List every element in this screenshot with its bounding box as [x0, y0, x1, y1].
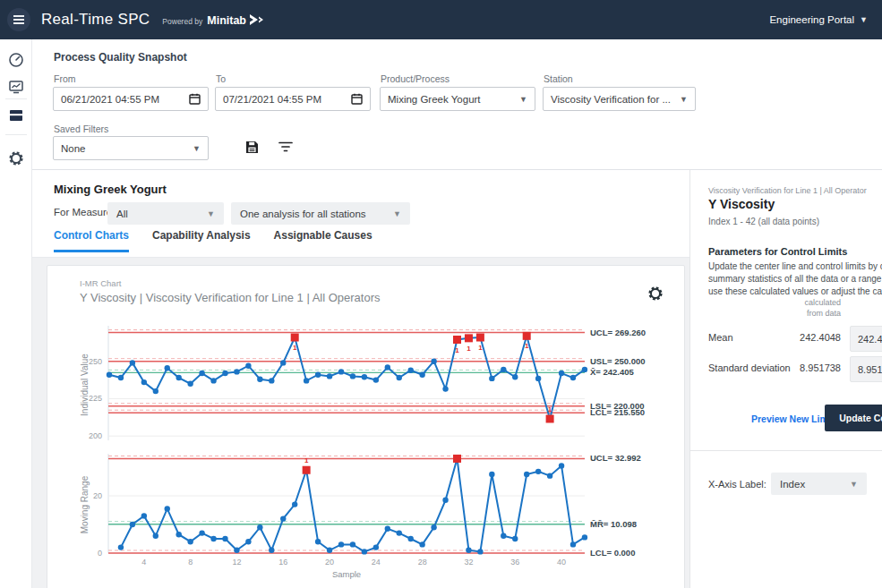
caret-down-icon: ▼ — [680, 95, 688, 104]
stdev-input[interactable]: 8.951738 — [850, 356, 882, 382]
mean-calculated-value: 242.4048 — [708, 332, 841, 343]
powered-by: Powered by Minitab — [162, 13, 263, 27]
svg-text:LCL= 0.000: LCL= 0.000 — [590, 548, 635, 558]
filter-options-button[interactable] — [278, 141, 296, 158]
sidebar-item-products[interactable] — [8, 107, 24, 124]
svg-text:1: 1 — [304, 456, 309, 464]
measure-select[interactable]: All ▼ — [107, 202, 224, 225]
measure-title: Y Viscosity — [708, 197, 775, 211]
svg-text:16: 16 — [278, 558, 287, 567]
app-header: Real-Time SPC Powered by Minitab Enginee… — [0, 0, 882, 39]
stdev-calculated-value: 8.951738 — [708, 362, 841, 373]
calculated-column-header: calculated from data — [708, 298, 841, 319]
station-label: Station — [544, 73, 573, 84]
tab-control-charts[interactable]: Control Charts — [54, 229, 129, 252]
sidebar-item-dashboard[interactable] — [8, 52, 24, 68]
svg-text:20: 20 — [325, 558, 334, 567]
from-label: From — [54, 73, 76, 84]
analysis-header: Mixing Greek Yogurt For Measure: All ▼ O… — [32, 170, 689, 258]
minitab-logo — [250, 14, 263, 25]
control-limits-panel: Viscosity Verification for Line 1 | All … — [689, 170, 882, 588]
svg-text:4: 4 — [141, 558, 146, 567]
svg-text:250: 250 — [89, 357, 102, 366]
caret-down-icon: ▼ — [850, 480, 858, 489]
xaxis-select[interactable]: Index ▼ — [771, 473, 867, 495]
tab-capability-analysis[interactable]: Capability Analysis — [152, 229, 251, 252]
xaxis-label: X-Axis Label: — [708, 479, 766, 490]
product-label: Product/Process — [381, 73, 450, 84]
svg-text:Individual Value: Individual Value — [80, 354, 90, 416]
panel-title: Process Quality Snapshot — [54, 51, 187, 64]
content-area: Mixing Greek Yogurt For Measure: All ▼ O… — [32, 170, 882, 588]
save-filter-button[interactable] — [244, 140, 262, 158]
panel-subtitle: Viscosity Verification for Line 1 | All … — [708, 186, 867, 195]
filter-icon — [278, 141, 293, 153]
product-select[interactable]: Mixing Greek Yogurt ▼ — [380, 87, 535, 111]
svg-text:225: 225 — [89, 394, 102, 403]
menu-icon[interactable] — [7, 8, 30, 31]
portal-selector[interactable]: Engineering Portal ▼ — [769, 14, 868, 25]
svg-text:1: 1 — [293, 344, 297, 352]
svg-text:Sample: Sample — [332, 569, 361, 579]
chart-title: Y Viscosity | Viscosity Verification for… — [80, 291, 381, 304]
svg-text:UCL= 32.992: UCL= 32.992 — [590, 453, 641, 463]
svg-text:USL= 250.000: USL= 250.000 — [590, 356, 646, 366]
svg-text:36: 36 — [510, 558, 519, 567]
station-select[interactable]: Viscosity Verification for ... ▼ — [543, 87, 696, 111]
caret-down-icon: ▼ — [193, 144, 201, 153]
products-box-icon — [8, 107, 24, 124]
svg-text:Moving Range: Moving Range — [80, 475, 90, 533]
process-title: Mixing Greek Yogurt — [54, 183, 167, 196]
dashboard-gauge-icon — [8, 52, 24, 68]
sidebar-item-charts[interactable] — [8, 79, 24, 95]
svg-text:20: 20 — [93, 491, 102, 500]
individuals-chart: 250225200Individual ValueUCL= 269.260USL… — [47, 325, 680, 453]
to-label: To — [216, 73, 226, 84]
from-date-input[interactable]: 06/21/2021 04:55 PM — [53, 87, 209, 111]
chart-background: I-MR Chart Y Viscosity | Viscosity Verif… — [32, 258, 689, 588]
real-time-spc-app: Real-Time SPC Powered by Minitab Enginee… — [0, 0, 882, 588]
svg-text:8: 8 — [188, 558, 193, 567]
for-measure-label: For Measure: — [54, 207, 115, 217]
caret-down-icon: ▼ — [519, 95, 527, 104]
svg-text:1: 1 — [478, 344, 483, 352]
saved-filters-select[interactable]: None ▼ — [53, 136, 209, 160]
svg-text:X̄= 242.405: X̄= 242.405 — [590, 367, 635, 377]
svg-text:32: 32 — [464, 558, 473, 567]
charts-monitor-icon — [8, 79, 24, 95]
panel-divider — [690, 450, 882, 451]
svg-text:1: 1 — [548, 405, 552, 413]
app-title: Real-Time SPC — [41, 11, 150, 29]
tab-assignable-causes[interactable]: Assignable Causes — [274, 229, 372, 252]
svg-text:UCL= 269.260: UCL= 269.260 — [590, 328, 646, 337]
update-control-limits-button[interactable]: Update Control Limits — [825, 405, 882, 431]
caret-down-icon: ▼ — [393, 209, 401, 218]
save-icon — [244, 140, 260, 155]
to-date-input[interactable]: 07/21/2021 04:55 PM — [215, 87, 371, 111]
filter-panel: Process Quality Snapshot From 06/21/2021… — [32, 39, 882, 170]
tab-bar: Control Charts Capability Analysis Assig… — [54, 229, 372, 252]
gear-icon — [647, 285, 664, 302]
svg-text:40: 40 — [557, 558, 566, 567]
parameters-title: Parameters for Control Limits — [708, 246, 847, 257]
svg-text:1: 1 — [455, 346, 459, 354]
analysis-mode-select[interactable]: One analysis for all stations ▼ — [231, 202, 410, 225]
chart-type-label: I-MR Chart — [80, 278, 121, 288]
settings-gear-icon — [8, 150, 24, 166]
svg-text:24: 24 — [372, 558, 381, 567]
chart-settings-button[interactable] — [647, 285, 664, 302]
imr-chart-card: I-MR Chart Y Viscosity | Viscosity Verif… — [47, 265, 685, 588]
parameters-description: Update the center line and control limit… — [708, 260, 882, 297]
analysis-column: Mixing Greek Yogurt For Measure: All ▼ O… — [32, 170, 689, 588]
sidebar-item-settings[interactable] — [8, 150, 24, 166]
svg-text:0: 0 — [98, 549, 102, 558]
svg-text:LCL= 215.550: LCL= 215.550 — [590, 407, 645, 417]
saved-filters-label: Saved Filters — [54, 124, 108, 134]
caret-down-icon: ▼ — [860, 15, 868, 24]
calendar-icon — [189, 93, 201, 105]
svg-text:M̄R̄= 10.098: M̄R̄= 10.098 — [590, 519, 637, 529]
mean-input[interactable]: 242.4048 — [850, 326, 882, 352]
left-icon-rail — [0, 39, 32, 588]
svg-text:1: 1 — [467, 345, 471, 353]
caret-down-icon: ▼ — [207, 209, 215, 218]
